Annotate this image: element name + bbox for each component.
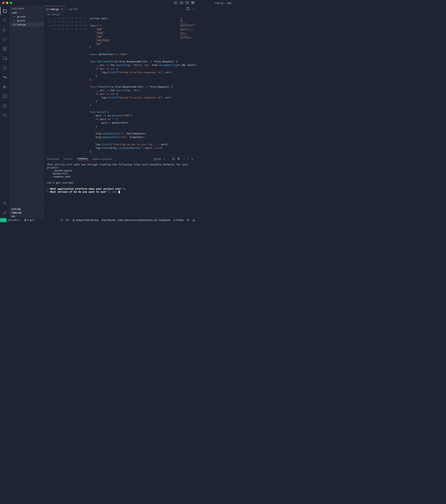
gitlab-icon[interactable]: [0, 111, 9, 119]
svg-rect-18: [5, 49, 6, 51]
terminal-dropdown-icon[interactable]: ⌄: [167, 158, 169, 161]
layout-bottom-icon[interactable]: [180, 1, 183, 5]
svg-rect-9: [193, 3, 194, 4]
terminal-panel-icon[interactable]: [0, 92, 9, 101]
chevron-right-icon: ›: [10, 212, 11, 214]
language-mode[interactable]: Go: [65, 219, 71, 221]
chevron-right-icon: ›: [10, 216, 11, 217]
problems-count[interactable]: 0 0: [22, 219, 36, 221]
layout-custom-icon[interactable]: [191, 1, 194, 5]
chevron-down-icon: ⌄: [10, 12, 12, 14]
sidebar: EXPLORER ⋯ ⌄ APP ≡go.mod≡go.sumGOmain.go…: [9, 6, 44, 218]
testing-icon[interactable]: [0, 64, 9, 72]
tab-label: main.go: [50, 8, 59, 11]
run-debug-icon[interactable]: [0, 35, 9, 44]
status-bar: Go 1.20.5 0 0 LF Go Analysis Tools Missi…: [0, 218, 197, 222]
svg-point-39: [31, 220, 31, 221]
svg-rect-17: [3, 49, 4, 51]
tab-label: go.mod: [70, 8, 78, 10]
layout-right-icon[interactable]: [186, 1, 189, 5]
go-file-icon: GO: [46, 8, 49, 10]
tab-main-go[interactable]: GOmain.go✕: [44, 6, 65, 12]
tab-go-mod[interactable]: ≡go.mod: [65, 6, 80, 12]
panel-tab-problems[interactable]: PROBLEMS: [47, 158, 59, 160]
terminal-body[interactable]: This utility will walk you through creat…: [44, 162, 197, 218]
window-minimize[interactable]: [6, 2, 8, 4]
terraform-icon[interactable]: [0, 73, 9, 82]
svg-rect-2: [180, 1, 183, 4]
layout-left-icon[interactable]: [174, 1, 177, 5]
settings-icon[interactable]: [0, 209, 9, 217]
notifications-icon[interactable]: [191, 219, 197, 221]
terminal-shell-icon[interactable]: zsh: [154, 158, 161, 161]
remote-indicator[interactable]: [0, 218, 7, 222]
new-terminal-icon[interactable]: +: [163, 158, 165, 161]
svg-rect-6: [192, 1, 193, 2]
search-icon[interactable]: [0, 16, 9, 25]
activity-bar: [0, 6, 9, 218]
go-version[interactable]: Go 1.20.5: [7, 219, 22, 221]
feedback-icon[interactable]: [185, 219, 191, 221]
explorer-more-icon[interactable]: ⋯: [39, 7, 41, 10]
svg-point-29: [4, 212, 5, 213]
panel-tab-terminal[interactable]: TERMINAL: [77, 158, 88, 161]
tabs-bar: GOmain.go✕≡go.mod⋯: [44, 6, 197, 12]
prettier-status[interactable]: Prettier: [172, 219, 185, 221]
section-go[interactable]: ›GO: [9, 215, 44, 218]
svg-rect-15: [3, 47, 4, 49]
section-label: TIMELINE: [12, 212, 21, 214]
source-control-icon[interactable]: [0, 26, 9, 34]
explorer-title: EXPLORER: [12, 7, 24, 10]
maximize-panel-icon[interactable]: ^: [188, 158, 189, 161]
kubernetes-icon[interactable]: [0, 102, 9, 110]
section-outline[interactable]: ›OUTLINE: [9, 207, 44, 211]
accounts-icon[interactable]: [0, 199, 9, 207]
svg-rect-25: [3, 95, 6, 98]
svg-rect-0: [175, 1, 177, 4]
svg-point-10: [3, 19, 5, 21]
panel-more-icon[interactable]: ⋯: [183, 158, 185, 161]
close-panel-icon[interactable]: ✕: [191, 158, 193, 161]
chevron-right-icon: ›: [10, 208, 11, 210]
file-item-go-sum[interactable]: ≡go.sum: [9, 18, 44, 23]
docker-icon[interactable]: [0, 83, 9, 91]
svg-point-28: [4, 202, 5, 203]
panel-tab-output[interactable]: OUTPUT: [64, 158, 73, 160]
split-editor-icon[interactable]: [186, 7, 189, 11]
close-tab-icon[interactable]: ✕: [61, 8, 63, 11]
explorer-icon[interactable]: [0, 7, 9, 15]
terminal-shell-name: zsh: [157, 158, 161, 161]
section-label: GO: [12, 215, 15, 217]
text-file-icon: ≡: [13, 16, 16, 18]
eol-indicator[interactable]: LF: [59, 219, 65, 221]
analysis-warning[interactable]: Analysis Tools Missing: [71, 219, 100, 221]
remote-explorer-icon[interactable]: [0, 54, 9, 63]
breadcrumb-more: ...: [62, 13, 64, 16]
svg-rect-4: [186, 1, 189, 4]
split-terminal-icon[interactable]: [172, 157, 175, 161]
kill-terminal-icon[interactable]: [177, 157, 180, 161]
window-maximize[interactable]: [10, 2, 12, 4]
breadcrumb[interactable]: GO main.go › ...: [44, 12, 197, 17]
svg-marker-26: [3, 104, 6, 108]
minimap[interactable]: [180, 18, 195, 40]
line-gutter: 1 2 3 4 5 6 7 8 9 10 11 12 13 14 15 16 1…: [44, 17, 90, 156]
file-name: go.mod: [17, 15, 25, 18]
section-label: OUTLINE: [12, 208, 21, 210]
window-close[interactable]: [2, 2, 4, 4]
editor-more-icon[interactable]: ⋯: [192, 7, 194, 11]
folder-header[interactable]: ⌄ APP: [9, 11, 44, 15]
snyk-status[interactable]: Snyk Security - Code, Open Source Depend…: [100, 219, 172, 221]
svg-rect-16: [5, 47, 6, 49]
svg-rect-8: [192, 3, 193, 4]
svg-rect-7: [193, 1, 194, 2]
file-item-main-go[interactable]: GOmain.go: [9, 23, 44, 27]
section-timeline[interactable]: ›TIMELINE: [9, 211, 44, 215]
file-item-go-mod[interactable]: ≡go.mod: [9, 15, 44, 18]
file-name: main.go: [17, 23, 26, 26]
panel-tab-debug-console[interactable]: DEBUG CONSOLE: [92, 158, 112, 160]
text-file-icon: ≡: [13, 19, 16, 22]
svg-point-43: [189, 219, 189, 220]
extensions-icon[interactable]: [0, 45, 9, 53]
svg-point-42: [187, 219, 188, 220]
